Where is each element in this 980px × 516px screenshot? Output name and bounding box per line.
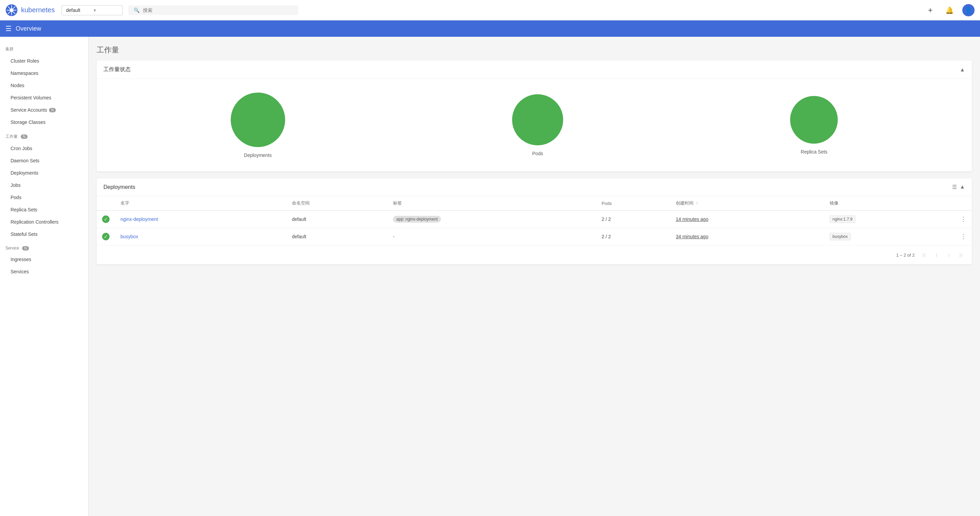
row-name-1: nginx-deployment (115, 211, 286, 228)
page-title: 工作量 (97, 45, 972, 55)
namespace-value: default (66, 8, 91, 13)
pods-circle (512, 94, 563, 145)
col-status (97, 196, 115, 211)
replica-sets-label: Replica Sets (801, 149, 827, 154)
sidebar-item-namespaces[interactable]: Namespaces (0, 67, 88, 79)
deployments-card-actions: ☰ ▲ (952, 184, 965, 190)
col-labels: 标签 (388, 196, 596, 211)
image-chip-2: busybox (830, 233, 851, 240)
main-content: 工作量 工作量状态 ▲ Deployments Pods (89, 37, 980, 516)
pods-status-item: Pods (512, 94, 563, 156)
pagination-first-btn[interactable]: ⟨⟨ (919, 250, 930, 260)
status-check-icon-1: ✓ (102, 215, 110, 223)
row-status-1: ✓ (97, 211, 115, 228)
sidebar-item-pods[interactable]: Pods (0, 191, 88, 204)
search-icon: 🔍 (134, 8, 140, 13)
topbar: kubernetes default ▾ 🔍 + 🔔 👤 (0, 0, 980, 21)
section-title: Overview (16, 25, 41, 32)
row-pods-2: 2 / 2 (596, 228, 670, 245)
pagination-next-btn[interactable]: ⟩ (943, 250, 954, 260)
deployments-table-container: 名字 命名空间 标签 Pods (97, 196, 972, 245)
col-actions (955, 196, 972, 211)
image-chip-1: nginx:1.7.9 (830, 215, 856, 223)
deployments-card-header: Deployments ☰ ▲ (97, 178, 972, 196)
service-accounts-badge: N (49, 108, 56, 112)
workload-badge: N (21, 134, 27, 139)
row-more-2[interactable]: ⋮ (955, 228, 972, 245)
sidebar-item-service-accounts[interactable]: Service Accounts N (0, 104, 88, 116)
sidebar-item-jobs[interactable]: Jobs (0, 179, 88, 191)
workload-status-card: 工作量状态 ▲ Deployments Pods Replica Sets (97, 61, 972, 172)
row-namespace-2: default (286, 228, 388, 245)
row-name-2: busybox (115, 228, 286, 245)
collapse-icon[interactable]: ▲ (959, 67, 965, 73)
deployments-collapse-icon[interactable]: ▲ (959, 184, 965, 190)
hamburger-menu-icon[interactable]: ☰ (5, 24, 11, 33)
deployments-status-item: Deployments (231, 92, 285, 158)
workload-status-actions: ▲ (959, 67, 965, 73)
created-link-1: 14 minutes ago (676, 217, 708, 222)
deployments-card-title: Deployments (103, 184, 135, 190)
sidebar-item-replica-sets[interactable]: Replica Sets (0, 204, 88, 216)
more-options-icon-2[interactable]: ⋮ (960, 233, 966, 240)
workload-status-header: 工作量状态 ▲ (97, 61, 972, 79)
row-pods-1: 2 / 2 (596, 211, 670, 228)
table-row: ✓ busybox default - 2 / 2 34 minut (97, 228, 972, 245)
sidebar-item-persistent-volumes[interactable]: Persistent Volumes (0, 92, 88, 104)
sidebar-item-stateful-sets[interactable]: Stateful Sets (0, 228, 88, 240)
sidebar-item-ingresses[interactable]: Ingresses (0, 253, 88, 266)
search-bar: 🔍 (128, 5, 298, 15)
svg-point-1 (10, 8, 14, 12)
service-badge: N (22, 246, 29, 250)
col-name: 名字 (115, 196, 286, 211)
sidebar-item-deployments[interactable]: Deployments (0, 167, 88, 179)
pods-label: Pods (532, 151, 543, 156)
col-namespace: 命名空间 (286, 196, 388, 211)
created-link-2: 34 minutes ago (676, 234, 708, 239)
deployments-label: Deployments (244, 153, 272, 158)
status-circles-container: Deployments Pods Replica Sets (97, 79, 972, 172)
deployments-card: Deployments ☰ ▲ 名字 命名空间 (97, 178, 972, 264)
row-created-1: 14 minutes ago (670, 211, 824, 228)
label-chip-2: - (393, 234, 395, 239)
row-labels-1: app: nginx-deployment (388, 211, 596, 228)
sidebar-item-nodes[interactable]: Nodes (0, 79, 88, 92)
col-image: 镜像 (824, 196, 955, 211)
more-options-icon-1[interactable]: ⋮ (960, 216, 966, 223)
row-image-1: nginx:1.7.9 (824, 211, 955, 228)
filter-icon[interactable]: ☰ (952, 184, 957, 190)
deployment-link-2[interactable]: busybox (121, 234, 138, 239)
pagination-last-btn[interactable]: ⟩⟩ (956, 250, 966, 260)
search-input[interactable] (143, 8, 293, 13)
deployment-link-1[interactable]: nginx-deployment (121, 217, 158, 222)
row-namespace-1: default (286, 211, 388, 228)
table-row: ✓ nginx-deployment default app: nginx-de… (97, 211, 972, 228)
row-more-1[interactable]: ⋮ (955, 211, 972, 228)
namespace-selector[interactable]: default ▾ (62, 5, 123, 15)
sidebar-item-storage-classes[interactable]: Storage Classes (0, 116, 88, 128)
sidebar: 集群 Cluster Roles Namespaces Nodes Persis… (0, 37, 89, 516)
chevron-down-icon: ▾ (94, 8, 118, 13)
sidebar-item-cron-jobs[interactable]: Cron Jobs (0, 142, 88, 154)
notifications-icon[interactable]: 🔔 (943, 4, 956, 16)
col-created[interactable]: 创建时间 ↑ (670, 196, 824, 211)
cluster-section-label: 集群 (0, 43, 88, 55)
pagination-prev-btn[interactable]: ⟨ (931, 250, 942, 260)
section-bar: ☰ Overview (0, 21, 980, 37)
service-section-label: Service N (0, 243, 88, 253)
sidebar-item-services[interactable]: Services (0, 266, 88, 278)
label-chip-1: app: nginx-deployment (393, 216, 441, 223)
sidebar-item-daemon-sets[interactable]: Daemon Sets (0, 154, 88, 167)
replica-sets-status-item: Replica Sets (790, 96, 838, 154)
topbar-right: + 🔔 👤 (924, 4, 975, 16)
pagination-info: 1 – 2 of 2 (896, 253, 915, 258)
add-button[interactable]: + (924, 4, 937, 16)
sidebar-item-cluster-roles[interactable]: Cluster Roles (0, 55, 88, 67)
status-check-icon-2: ✓ (102, 233, 110, 240)
sidebar-item-replication-controllers[interactable]: Replication Controllers (0, 216, 88, 228)
deployments-table: 名字 命名空间 标签 Pods (97, 196, 972, 245)
pagination: 1 – 2 of 2 ⟨⟨ ⟨ ⟩ ⟩⟩ (97, 245, 972, 264)
layout: 集群 Cluster Roles Namespaces Nodes Persis… (0, 37, 980, 516)
user-avatar[interactable]: 👤 (962, 4, 975, 16)
sort-icon: ↑ (696, 201, 698, 205)
